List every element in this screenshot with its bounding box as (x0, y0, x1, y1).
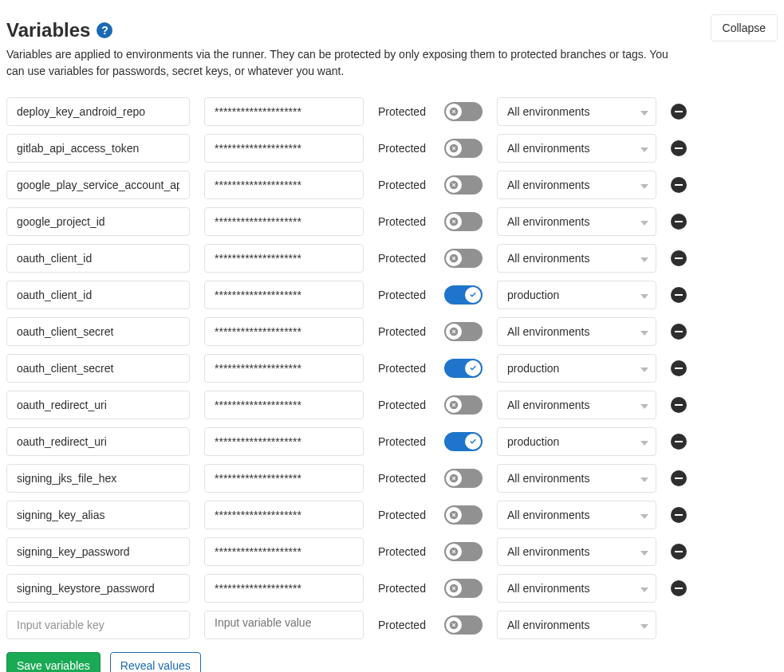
variable-row: Protected (6, 427, 778, 456)
svg-rect-5 (675, 294, 683, 296)
environment-select[interactable] (497, 391, 656, 419)
remove-variable-button[interactable] (671, 544, 687, 560)
variable-key-input[interactable] (6, 171, 190, 199)
variable-row: Protected (6, 391, 778, 419)
protected-toggle[interactable] (444, 615, 483, 635)
environment-select[interactable] (497, 427, 656, 456)
protected-label: Protected (378, 545, 430, 558)
variable-key-input[interactable] (6, 611, 190, 639)
protected-toggle[interactable] (444, 139, 483, 158)
protected-toggle[interactable] (444, 542, 483, 561)
variable-value-input[interactable] (204, 427, 364, 456)
remove-variable-button[interactable] (671, 104, 687, 120)
protected-toggle[interactable] (444, 395, 483, 415)
variable-value-input[interactable] (204, 244, 364, 273)
close-icon (446, 544, 462, 560)
protected-toggle[interactable] (444, 175, 483, 195)
remove-variable-button[interactable] (671, 434, 687, 450)
save-variables-button[interactable]: Save variables (6, 652, 100, 672)
remove-variable-button[interactable] (671, 580, 687, 596)
environment-select[interactable] (497, 354, 656, 383)
remove-variable-button[interactable] (671, 140, 687, 156)
variable-value-input[interactable] (204, 207, 364, 236)
variable-value-input[interactable] (204, 611, 364, 639)
section-description: Variables are applied to environments vi… (6, 46, 668, 80)
protected-label: Protected (378, 435, 430, 448)
variable-row: Protected (6, 281, 778, 309)
environment-select[interactable] (497, 244, 656, 273)
remove-variable-button[interactable] (671, 287, 687, 303)
variable-key-input[interactable] (6, 97, 190, 126)
protected-toggle[interactable] (444, 359, 483, 378)
variable-value-input[interactable] (204, 171, 364, 199)
variable-key-input[interactable] (6, 427, 190, 456)
check-icon (465, 434, 481, 450)
variable-value-input[interactable] (204, 134, 364, 163)
remove-variable-button[interactable] (671, 507, 687, 523)
variable-key-input[interactable] (6, 391, 190, 419)
variable-value-input[interactable] (204, 574, 364, 603)
variable-value-input[interactable] (204, 281, 364, 309)
variable-value-input[interactable] (204, 354, 364, 383)
environment-select[interactable] (497, 207, 656, 236)
remove-variable-button[interactable] (671, 324, 687, 340)
new-variable-row: Protected (6, 611, 778, 639)
environment-select[interactable] (497, 611, 656, 639)
variable-value-input[interactable] (204, 317, 364, 346)
variable-value-input[interactable] (204, 537, 364, 566)
protected-toggle[interactable] (444, 579, 483, 598)
environment-select[interactable] (497, 171, 656, 199)
variable-key-input[interactable] (6, 244, 190, 273)
variable-key-input[interactable] (6, 354, 190, 383)
variable-row: Protected (6, 171, 778, 199)
svg-rect-2 (675, 184, 683, 186)
variable-row: Protected (6, 134, 778, 163)
remove-variable-button[interactable] (671, 397, 687, 413)
environment-select[interactable] (497, 464, 656, 493)
variable-key-input[interactable] (6, 464, 190, 493)
environment-select[interactable] (497, 574, 656, 603)
environment-select[interactable] (497, 134, 656, 163)
environment-select[interactable] (497, 281, 656, 309)
remove-variable-button[interactable] (671, 360, 687, 376)
help-icon[interactable]: ? (97, 22, 112, 38)
svg-rect-3 (675, 221, 683, 222)
protected-toggle[interactable] (444, 322, 483, 341)
variable-key-input[interactable] (6, 207, 190, 236)
variable-key-input[interactable] (6, 537, 190, 566)
close-icon (446, 470, 462, 486)
remove-variable-button[interactable] (671, 250, 687, 266)
protected-toggle[interactable] (444, 432, 483, 451)
protected-toggle[interactable] (444, 249, 483, 268)
svg-rect-13 (675, 588, 683, 589)
environment-select[interactable] (497, 317, 656, 346)
variable-value-input[interactable] (204, 501, 364, 529)
remove-variable-button[interactable] (671, 177, 687, 193)
variable-key-input[interactable] (6, 574, 190, 603)
variable-key-input[interactable] (6, 501, 190, 529)
environment-select[interactable] (497, 501, 656, 529)
svg-rect-11 (675, 514, 683, 516)
collapse-button[interactable]: Collapse (711, 14, 778, 41)
environment-select[interactable] (497, 537, 656, 566)
variable-key-input[interactable] (6, 134, 190, 163)
variable-key-input[interactable] (6, 281, 190, 309)
protected-toggle[interactable] (444, 505, 483, 525)
variable-key-input[interactable] (6, 317, 190, 346)
protected-toggle[interactable] (444, 469, 483, 488)
close-icon (446, 177, 462, 193)
close-icon (446, 324, 462, 340)
remove-variable-button[interactable] (671, 214, 687, 230)
protected-toggle[interactable] (444, 212, 483, 231)
protected-toggle[interactable] (444, 285, 483, 305)
protected-label: Protected (378, 582, 430, 595)
reveal-values-button[interactable]: Reveal values (110, 652, 201, 672)
variable-value-input[interactable] (204, 391, 364, 419)
environment-select[interactable] (497, 97, 656, 126)
variable-value-input[interactable] (204, 97, 364, 126)
protected-toggle[interactable] (444, 102, 483, 121)
remove-variable-button[interactable] (671, 470, 687, 486)
variable-value-input[interactable] (204, 464, 364, 493)
check-icon (465, 287, 481, 303)
protected-label: Protected (378, 325, 430, 338)
